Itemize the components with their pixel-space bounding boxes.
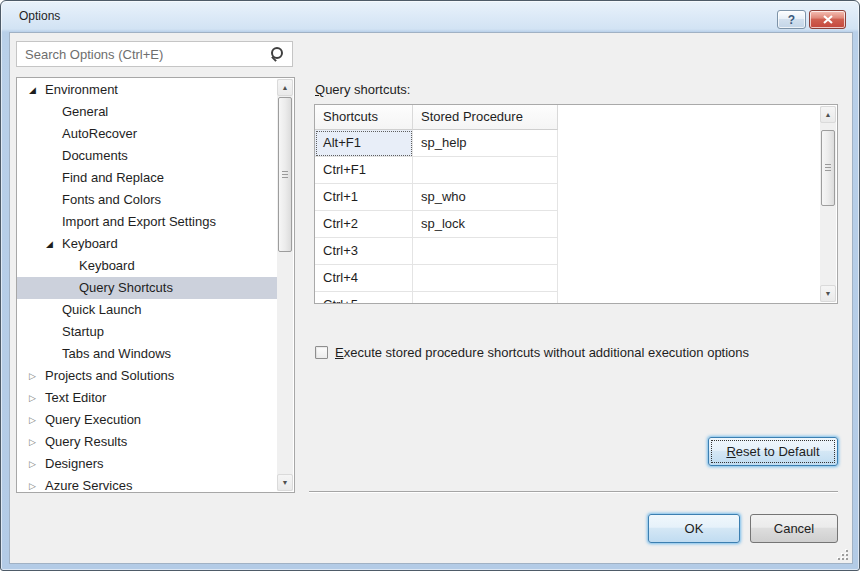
tree-item-label: General (62, 101, 108, 123)
stored-procedure-cell[interactable] (413, 292, 558, 304)
footer-separator (309, 491, 838, 493)
tree-item-label: Tabs and Windows (62, 343, 171, 365)
query-shortcuts-table: Shortcuts Stored Procedure Alt+F1sp_help… (314, 104, 838, 304)
tree-item-query-results[interactable]: ▷Query Results (17, 431, 277, 453)
stored-procedure-cell[interactable] (413, 157, 558, 184)
cancel-button[interactable]: Cancel (750, 514, 838, 543)
search-input[interactable] (25, 42, 263, 66)
tree-item-text-editor[interactable]: ▷Text Editor (17, 387, 277, 409)
expand-icon[interactable]: ▷ (29, 387, 45, 409)
execute-options-checkbox-label[interactable]: Execute stored procedure shortcuts witho… (335, 345, 749, 360)
collapse-icon[interactable]: ◢ (46, 233, 62, 255)
tree-item-projects-and-solutions[interactable]: ▷Projects and Solutions (17, 365, 277, 387)
tree-item-tabs-and-windows[interactable]: Tabs and Windows (17, 343, 277, 365)
resize-grip[interactable] (838, 550, 848, 560)
execute-options-checkbox[interactable] (315, 346, 328, 359)
titlebar[interactable]: Options ? (1, 1, 859, 32)
search-icon (270, 47, 284, 61)
tree-item-label: Text Editor (45, 387, 106, 409)
tree-item-label: Query Shortcuts (79, 277, 173, 299)
shortcut-cell[interactable]: Ctrl+2 (315, 211, 413, 238)
tree-item-startup[interactable]: Startup (17, 321, 277, 343)
ok-button[interactable]: OK (648, 514, 740, 543)
tree-item-label: Projects and Solutions (45, 365, 174, 387)
table-row: Ctrl+2sp_lock (315, 211, 820, 238)
scroll-down-icon[interactable]: ▼ (277, 474, 293, 491)
tree-item-designers[interactable]: ▷Designers (17, 453, 277, 475)
stored-procedure-cell[interactable] (413, 265, 558, 292)
tree-item-label: Quick Launch (62, 299, 142, 321)
tree-item-label: Keyboard (79, 255, 135, 277)
table-row: Ctrl+4 (315, 265, 820, 292)
options-dialog: Options ? ◢EnvironmentGeneralAutoRecover… (0, 0, 860, 571)
options-tree: ◢EnvironmentGeneralAutoRecoverDocumentsF… (16, 77, 295, 493)
tree-item-environment[interactable]: ◢Environment (17, 79, 277, 101)
tree-item-label: Find and Replace (62, 167, 164, 189)
table-row: Ctrl+5 (315, 292, 820, 304)
search-box (16, 41, 293, 67)
tree-item-label: Query Execution (45, 409, 141, 431)
tree-item-label: Import and Export Settings (62, 211, 216, 233)
tree-item-label: Designers (45, 453, 104, 475)
expand-icon[interactable]: ▷ (29, 431, 45, 453)
tree-item-label: Fonts and Colors (62, 189, 161, 211)
tree-item-label: Environment (45, 79, 118, 101)
table-scrollbar-thumb[interactable] (821, 130, 835, 206)
table-scrollbar[interactable]: ▲ ▼ (820, 106, 836, 302)
tree-item-label: Azure Services (45, 475, 132, 493)
expand-icon[interactable]: ▷ (29, 453, 45, 475)
tree-item-query-execution[interactable]: ▷Query Execution (17, 409, 277, 431)
tree-item-query-shortcuts[interactable]: Query Shortcuts (17, 277, 277, 299)
tree-item-autorecover[interactable]: AutoRecover (17, 123, 277, 145)
scroll-up-icon[interactable]: ▲ (277, 79, 293, 96)
help-icon: ? (788, 13, 795, 27)
stored-procedure-cell[interactable]: sp_who (413, 184, 558, 211)
table-row: Alt+F1sp_help (315, 130, 820, 157)
stored-procedure-cell[interactable]: sp_help (413, 130, 558, 157)
tree-item-label: AutoRecover (62, 123, 137, 145)
reset-to-default-button[interactable]: Reset to Default (708, 437, 838, 466)
stored-procedure-cell[interactable] (413, 238, 558, 265)
tree-item-label: Query Results (45, 431, 127, 453)
shortcut-cell[interactable]: Ctrl+1 (315, 184, 413, 211)
dialog-client-area: ◢EnvironmentGeneralAutoRecoverDocumentsF… (9, 32, 853, 564)
scroll-up-icon[interactable]: ▲ (820, 106, 836, 123)
tree-item-label: Documents (62, 145, 128, 167)
tree-item-azure-services[interactable]: ▷Azure Services (17, 475, 277, 493)
close-icon (823, 15, 833, 24)
shortcut-cell[interactable]: Alt+F1 (315, 130, 413, 157)
tree-scrollbar[interactable]: ▲ ▼ (277, 79, 293, 491)
tree-item-label: Keyboard (62, 233, 118, 255)
tree-item-keyboard[interactable]: ◢Keyboard (17, 233, 277, 255)
tree-item-keyboard[interactable]: Keyboard (17, 255, 277, 277)
shortcut-cell[interactable]: Ctrl+5 (315, 292, 413, 304)
stored-procedure-cell[interactable]: sp_lock (413, 211, 558, 238)
table-row: Ctrl+1sp_who (315, 184, 820, 211)
tree-item-import-and-export-settings[interactable]: Import and Export Settings (17, 211, 277, 233)
expand-icon[interactable]: ▷ (29, 475, 45, 493)
expand-icon[interactable]: ▷ (29, 365, 45, 387)
table-header-row: Shortcuts Stored Procedure (315, 105, 558, 130)
expand-icon[interactable]: ▷ (29, 409, 45, 431)
scroll-down-icon[interactable]: ▼ (820, 285, 836, 302)
tree-item-find-and-replace[interactable]: Find and Replace (17, 167, 277, 189)
execute-options-row: Execute stored procedure shortcuts witho… (315, 345, 749, 360)
shortcut-cell[interactable]: Ctrl+3 (315, 238, 413, 265)
close-button[interactable] (809, 10, 846, 29)
help-button[interactable]: ? (777, 10, 806, 29)
tree-scrollbar-thumb[interactable] (278, 97, 292, 252)
tree-item-fonts-and-colors[interactable]: Fonts and Colors (17, 189, 277, 211)
query-shortcuts-label: Query shortcuts: (315, 82, 410, 97)
table-row: Ctrl+F1 (315, 157, 820, 184)
tree-item-general[interactable]: General (17, 101, 277, 123)
column-header-stored-procedure: Stored Procedure (413, 105, 558, 130)
table-row: Ctrl+3 (315, 238, 820, 265)
tree-item-documents[interactable]: Documents (17, 145, 277, 167)
tree-item-quick-launch[interactable]: Quick Launch (17, 299, 277, 321)
shortcut-cell[interactable]: Ctrl+4 (315, 265, 413, 292)
shortcut-cell[interactable]: Ctrl+F1 (315, 157, 413, 184)
collapse-icon[interactable]: ◢ (29, 79, 45, 101)
window-title: Options (19, 9, 60, 23)
column-header-shortcuts: Shortcuts (315, 105, 413, 130)
titlebar-buttons: ? (777, 10, 846, 29)
